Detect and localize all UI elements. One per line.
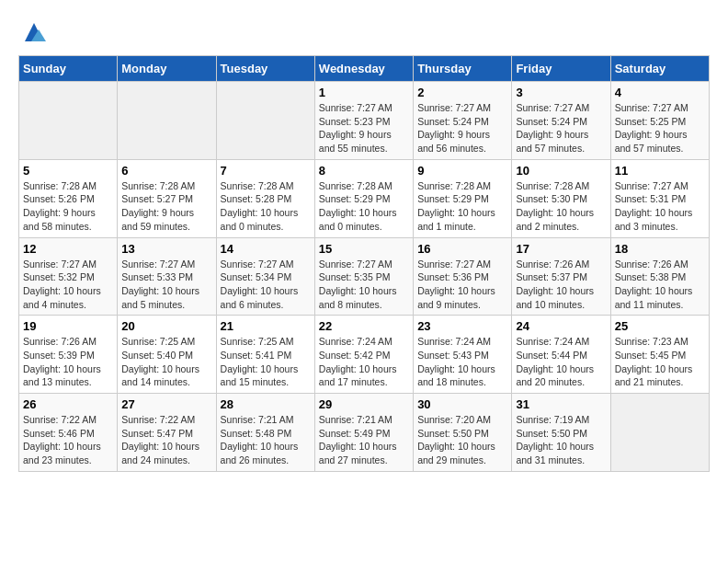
day-detail: Sunrise: 7:26 AM Sunset: 5:38 PM Dayligh… bbox=[615, 258, 705, 312]
day-number: 13 bbox=[121, 242, 211, 256]
day-detail: Sunrise: 7:28 AM Sunset: 5:27 PM Dayligh… bbox=[121, 179, 211, 234]
calendar-cell: 31Sunrise: 7:19 AM Sunset: 5:50 PM Dayli… bbox=[512, 394, 610, 472]
day-number: 25 bbox=[615, 319, 705, 333]
day-detail: Sunrise: 7:24 AM Sunset: 5:44 PM Dayligh… bbox=[516, 335, 606, 389]
day-number: 4 bbox=[615, 86, 705, 99]
day-detail: Sunrise: 7:22 AM Sunset: 5:47 PM Dayligh… bbox=[121, 413, 211, 467]
day-number: 15 bbox=[319, 242, 409, 256]
days-header-row: SundayMondayTuesdayWednesdayThursdayFrid… bbox=[19, 56, 710, 82]
day-header-wednesday: Wednesday bbox=[314, 56, 413, 82]
calendar-cell: 16Sunrise: 7:27 AM Sunset: 5:36 PM Dayli… bbox=[414, 237, 512, 316]
day-detail: Sunrise: 7:21 AM Sunset: 5:49 PM Dayligh… bbox=[319, 413, 409, 467]
day-number: 16 bbox=[417, 242, 507, 256]
day-number: 11 bbox=[615, 164, 705, 178]
week-row-3: 12Sunrise: 7:27 AM Sunset: 5:32 PM Dayli… bbox=[19, 237, 710, 316]
day-header-tuesday: Tuesday bbox=[216, 56, 314, 82]
day-header-friday: Friday bbox=[512, 56, 610, 82]
day-detail: Sunrise: 7:27 AM Sunset: 5:35 PM Dayligh… bbox=[319, 258, 409, 312]
day-detail: Sunrise: 7:26 AM Sunset: 5:37 PM Dayligh… bbox=[516, 258, 606, 312]
day-number: 31 bbox=[516, 397, 606, 411]
day-number: 3 bbox=[516, 86, 606, 99]
day-number: 23 bbox=[417, 319, 507, 333]
day-header-saturday: Saturday bbox=[610, 56, 709, 82]
calendar-cell: 13Sunrise: 7:27 AM Sunset: 5:33 PM Dayli… bbox=[118, 237, 216, 316]
calendar-table: SundayMondayTuesdayWednesdayThursdayFrid… bbox=[18, 55, 710, 472]
day-number: 19 bbox=[23, 319, 113, 333]
day-number: 30 bbox=[417, 397, 507, 411]
day-number: 29 bbox=[319, 397, 409, 411]
day-number: 7 bbox=[221, 164, 311, 178]
day-header-sunday: Sunday bbox=[19, 56, 118, 82]
calendar-cell: 28Sunrise: 7:21 AM Sunset: 5:48 PM Dayli… bbox=[216, 394, 314, 472]
day-detail: Sunrise: 7:23 AM Sunset: 5:45 PM Dayligh… bbox=[615, 335, 705, 389]
week-row-2: 5Sunrise: 7:28 AM Sunset: 5:26 PM Daylig… bbox=[19, 159, 710, 237]
day-detail: Sunrise: 7:24 AM Sunset: 5:43 PM Dayligh… bbox=[417, 335, 507, 389]
calendar-cell: 8Sunrise: 7:28 AM Sunset: 5:29 PM Daylig… bbox=[314, 159, 413, 237]
calendar-cell: 3Sunrise: 7:27 AM Sunset: 5:24 PM Daylig… bbox=[512, 82, 610, 160]
day-detail: Sunrise: 7:28 AM Sunset: 5:29 PM Dayligh… bbox=[319, 179, 409, 234]
calendar-cell: 9Sunrise: 7:28 AM Sunset: 5:29 PM Daylig… bbox=[414, 159, 512, 237]
day-number: 18 bbox=[615, 242, 705, 256]
day-number: 12 bbox=[23, 242, 113, 256]
week-row-5: 26Sunrise: 7:22 AM Sunset: 5:46 PM Dayli… bbox=[19, 394, 710, 472]
day-detail: Sunrise: 7:19 AM Sunset: 5:50 PM Dayligh… bbox=[516, 413, 606, 467]
calendar-cell bbox=[610, 394, 709, 472]
calendar-cell: 11Sunrise: 7:27 AM Sunset: 5:31 PM Dayli… bbox=[610, 159, 709, 237]
calendar-cell: 4Sunrise: 7:27 AM Sunset: 5:25 PM Daylig… bbox=[610, 82, 709, 160]
day-detail: Sunrise: 7:27 AM Sunset: 5:25 PM Dayligh… bbox=[615, 101, 705, 155]
calendar-cell: 2Sunrise: 7:27 AM Sunset: 5:24 PM Daylig… bbox=[414, 82, 512, 160]
calendar-cell: 24Sunrise: 7:24 AM Sunset: 5:44 PM Dayli… bbox=[512, 316, 610, 394]
calendar-cell: 19Sunrise: 7:26 AM Sunset: 5:39 PM Dayli… bbox=[19, 316, 118, 394]
day-detail: Sunrise: 7:27 AM Sunset: 5:32 PM Dayligh… bbox=[23, 258, 113, 312]
day-detail: Sunrise: 7:27 AM Sunset: 5:34 PM Dayligh… bbox=[221, 258, 311, 312]
calendar-cell: 29Sunrise: 7:21 AM Sunset: 5:49 PM Dayli… bbox=[314, 394, 413, 472]
day-detail: Sunrise: 7:21 AM Sunset: 5:48 PM Dayligh… bbox=[221, 413, 311, 467]
day-number: 21 bbox=[221, 319, 311, 333]
day-detail: Sunrise: 7:22 AM Sunset: 5:46 PM Dayligh… bbox=[23, 413, 113, 467]
day-number: 14 bbox=[221, 242, 311, 256]
day-number: 6 bbox=[121, 164, 211, 178]
calendar-cell: 27Sunrise: 7:22 AM Sunset: 5:47 PM Dayli… bbox=[118, 394, 216, 472]
day-detail: Sunrise: 7:25 AM Sunset: 5:41 PM Dayligh… bbox=[221, 335, 311, 389]
day-detail: Sunrise: 7:27 AM Sunset: 5:23 PM Dayligh… bbox=[319, 101, 409, 155]
day-number: 9 bbox=[417, 164, 507, 178]
calendar-cell: 21Sunrise: 7:25 AM Sunset: 5:41 PM Dayli… bbox=[216, 316, 314, 394]
day-number: 17 bbox=[516, 242, 606, 256]
day-number: 1 bbox=[319, 86, 409, 99]
calendar-cell: 26Sunrise: 7:22 AM Sunset: 5:46 PM Dayli… bbox=[19, 394, 118, 472]
calendar-cell: 6Sunrise: 7:28 AM Sunset: 5:27 PM Daylig… bbox=[118, 159, 216, 237]
day-detail: Sunrise: 7:27 AM Sunset: 5:24 PM Dayligh… bbox=[417, 101, 507, 155]
day-detail: Sunrise: 7:26 AM Sunset: 5:39 PM Dayligh… bbox=[23, 335, 113, 389]
day-detail: Sunrise: 7:28 AM Sunset: 5:26 PM Dayligh… bbox=[23, 179, 113, 234]
day-number: 5 bbox=[23, 164, 113, 178]
day-number: 2 bbox=[417, 86, 507, 99]
week-row-4: 19Sunrise: 7:26 AM Sunset: 5:39 PM Dayli… bbox=[19, 316, 710, 394]
day-detail: Sunrise: 7:27 AM Sunset: 5:31 PM Dayligh… bbox=[615, 179, 705, 234]
calendar-cell: 20Sunrise: 7:25 AM Sunset: 5:40 PM Dayli… bbox=[118, 316, 216, 394]
week-row-1: 1Sunrise: 7:27 AM Sunset: 5:23 PM Daylig… bbox=[19, 82, 710, 160]
calendar-cell: 7Sunrise: 7:28 AM Sunset: 5:28 PM Daylig… bbox=[216, 159, 314, 237]
calendar-cell bbox=[118, 82, 216, 160]
calendar-cell: 23Sunrise: 7:24 AM Sunset: 5:43 PM Dayli… bbox=[414, 316, 512, 394]
day-number: 20 bbox=[121, 319, 211, 333]
day-number: 28 bbox=[221, 397, 311, 411]
day-detail: Sunrise: 7:28 AM Sunset: 5:28 PM Dayligh… bbox=[221, 179, 311, 234]
day-number: 22 bbox=[319, 319, 409, 333]
day-detail: Sunrise: 7:28 AM Sunset: 5:30 PM Dayligh… bbox=[516, 179, 606, 234]
calendar-cell: 25Sunrise: 7:23 AM Sunset: 5:45 PM Dayli… bbox=[610, 316, 709, 394]
calendar-cell bbox=[216, 82, 314, 160]
day-number: 27 bbox=[121, 397, 211, 411]
day-detail: Sunrise: 7:25 AM Sunset: 5:40 PM Dayligh… bbox=[121, 335, 211, 389]
calendar-cell: 15Sunrise: 7:27 AM Sunset: 5:35 PM Dayli… bbox=[314, 237, 413, 316]
day-number: 26 bbox=[23, 397, 113, 411]
day-detail: Sunrise: 7:27 AM Sunset: 5:36 PM Dayligh… bbox=[417, 258, 507, 312]
day-detail: Sunrise: 7:27 AM Sunset: 5:33 PM Dayligh… bbox=[121, 258, 211, 312]
calendar-cell: 10Sunrise: 7:28 AM Sunset: 5:30 PM Dayli… bbox=[512, 159, 610, 237]
day-detail: Sunrise: 7:20 AM Sunset: 5:50 PM Dayligh… bbox=[417, 413, 507, 467]
day-number: 8 bbox=[319, 164, 409, 178]
calendar-cell: 14Sunrise: 7:27 AM Sunset: 5:34 PM Dayli… bbox=[216, 237, 314, 316]
calendar-cell: 18Sunrise: 7:26 AM Sunset: 5:38 PM Dayli… bbox=[610, 237, 709, 316]
logo-icon bbox=[20, 18, 48, 46]
calendar-cell: 30Sunrise: 7:20 AM Sunset: 5:50 PM Dayli… bbox=[414, 394, 512, 472]
calendar-cell: 17Sunrise: 7:26 AM Sunset: 5:37 PM Dayli… bbox=[512, 237, 610, 316]
